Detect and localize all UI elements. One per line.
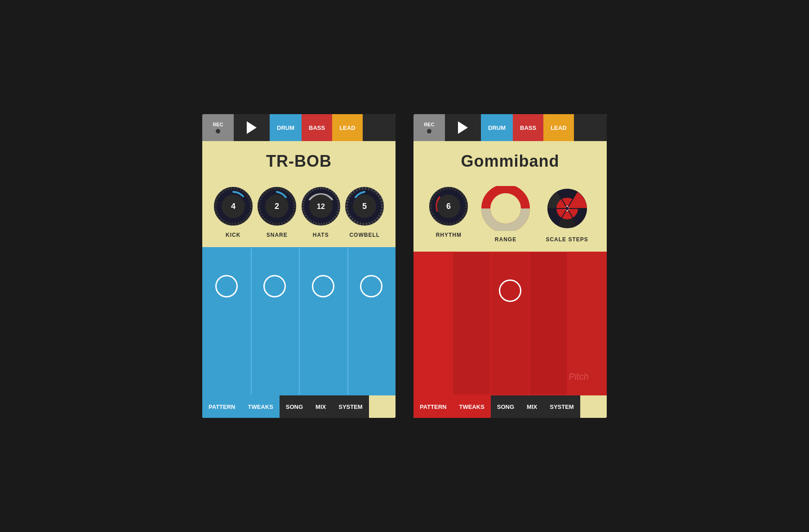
- left-knob-kick-label: KICK: [226, 232, 240, 238]
- left-knobs-section: 4 KICK 2 SNARE: [202, 182, 396, 247]
- right-knob-range-label: RANGE: [495, 236, 516, 243]
- left-knob-hats: 12 HATS: [301, 186, 341, 238]
- left-knob-cowbell-svg[interactable]: 5: [344, 186, 385, 226]
- left-pads-section: [202, 247, 396, 395]
- left-pad-circle-1: [215, 275, 238, 297]
- right-pitch-label: Pitch: [569, 372, 589, 382]
- left-knob-cowbell: 5 COWBELL: [344, 186, 385, 238]
- left-bottom-mix[interactable]: MIX: [309, 395, 332, 418]
- right-bottom-tweaks[interactable]: TWEAKS: [453, 395, 490, 418]
- right-tab-drum[interactable]: DRUM: [481, 114, 513, 141]
- right-bottom-mix[interactable]: MIX: [520, 395, 543, 418]
- right-tab-lead[interactable]: LEAD: [543, 114, 573, 141]
- left-knob-snare-label: SNARE: [267, 232, 288, 238]
- svg-text:2: 2: [275, 202, 279, 211]
- right-knob-range-svg[interactable]: [481, 186, 530, 231]
- left-knob-snare-svg[interactable]: 2: [257, 186, 297, 226]
- right-device-title: Gommiband: [424, 152, 596, 171]
- right-device: REC DRUM BASS LEAD Gommiband: [413, 114, 607, 418]
- right-top-bar: REC DRUM BASS LEAD: [413, 114, 607, 141]
- right-knob-rhythm-label: RHYTHM: [436, 232, 462, 238]
- left-bottom-system[interactable]: SYSTEM: [332, 395, 369, 418]
- right-pad-4[interactable]: [530, 253, 568, 395]
- left-pad-circle-4: [360, 275, 382, 297]
- left-bottom-song[interactable]: SONG: [280, 395, 309, 418]
- left-play-icon: [247, 121, 257, 134]
- right-knob-rhythm: 6 RHYTHM: [428, 186, 469, 243]
- right-knob-rhythm-svg[interactable]: 6: [428, 186, 469, 226]
- right-knob-scale-steps: 3 SCALE STEPS: [542, 186, 592, 243]
- right-rec-label: REC: [424, 122, 434, 127]
- left-bottom-pattern[interactable]: PATTERN: [202, 395, 241, 418]
- svg-text:6: 6: [446, 202, 451, 211]
- right-knob-scale-steps-svg[interactable]: 3: [542, 186, 592, 231]
- right-title-area: Gommiband: [413, 141, 607, 182]
- left-tab-lead[interactable]: LEAD: [332, 114, 362, 141]
- left-knob-snare: 2 SNARE: [257, 186, 297, 238]
- left-knob-cowbell-label: COWBELL: [349, 232, 380, 238]
- left-pad-2[interactable]: [251, 248, 298, 395]
- left-tab-bass[interactable]: BASS: [302, 114, 332, 141]
- left-play-button[interactable]: [234, 114, 270, 141]
- left-pad-1[interactable]: [203, 248, 250, 395]
- left-tab-drum[interactable]: DRUM: [270, 114, 302, 141]
- left-pad-4[interactable]: [347, 248, 395, 395]
- right-rec-dot: [427, 129, 431, 133]
- screen-container: REC DRUM BASS LEAD TR-BOB: [184, 96, 625, 436]
- right-play-icon: [458, 121, 468, 134]
- left-top-bar: REC DRUM BASS LEAD: [202, 114, 396, 141]
- svg-text:4: 4: [231, 202, 236, 211]
- right-pad-circle: [499, 279, 521, 302]
- left-rec-label: REC: [213, 122, 223, 127]
- left-knob-kick: 4 KICK: [213, 186, 253, 238]
- left-rec-button[interactable]: REC: [202, 114, 234, 141]
- left-device-title: TR-BOB: [213, 152, 385, 171]
- left-pad-circle-2: [263, 275, 286, 297]
- right-bottom-pattern[interactable]: PATTERN: [413, 395, 453, 418]
- svg-text:12: 12: [317, 203, 325, 210]
- left-bottom-tweaks[interactable]: TWEAKS: [241, 395, 279, 418]
- right-rec-button[interactable]: REC: [413, 114, 445, 141]
- svg-point-21: [495, 198, 516, 219]
- left-knob-hats-label: HATS: [313, 232, 329, 238]
- right-pads-section: Pitch: [413, 252, 607, 395]
- right-knob-range: RANGE: [481, 186, 530, 243]
- right-bottom-system[interactable]: SYSTEM: [543, 395, 580, 418]
- left-bottom-bar: PATTERN TWEAKS SONG MIX SYSTEM: [202, 395, 396, 418]
- right-pad-2[interactable]: [453, 253, 491, 395]
- left-pad-circle-3: [312, 275, 334, 297]
- right-pad-1[interactable]: [414, 253, 452, 395]
- right-bottom-song[interactable]: SONG: [491, 395, 520, 418]
- svg-text:5: 5: [362, 202, 367, 211]
- left-device: REC DRUM BASS LEAD TR-BOB: [202, 114, 396, 418]
- left-pad-3[interactable]: [299, 248, 347, 395]
- right-bottom-bar: PATTERN TWEAKS SONG MIX SYSTEM: [413, 395, 607, 418]
- right-play-button[interactable]: [445, 114, 481, 141]
- left-knob-hats-svg[interactable]: 12: [301, 186, 341, 226]
- right-tab-bass[interactable]: BASS: [513, 114, 543, 141]
- right-knobs-section: 6 RHYTHM RANGE: [413, 182, 607, 252]
- left-knob-kick-svg[interactable]: 4: [213, 186, 253, 226]
- left-title-area: TR-BOB: [202, 141, 396, 182]
- right-knob-scale-steps-label: SCALE STEPS: [546, 236, 588, 243]
- right-pad-3[interactable]: [491, 253, 529, 395]
- left-rec-dot: [216, 129, 220, 133]
